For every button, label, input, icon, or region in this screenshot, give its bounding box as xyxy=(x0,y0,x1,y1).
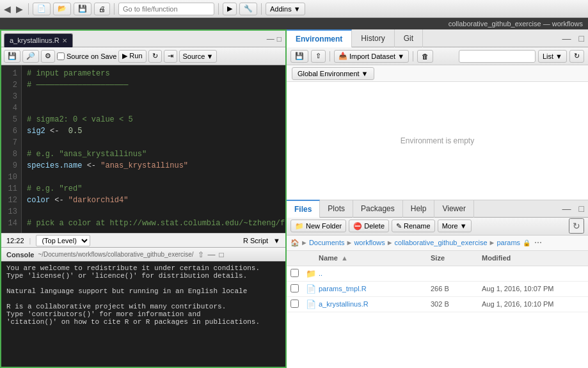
row2-name[interactable]: a_krystallinus.R xyxy=(319,300,431,308)
table-row: 📄 a_krystallinus.R 302 B Aug 1, 2016, 10… xyxy=(287,297,588,312)
editor-tab-label: a_krystallinus.R xyxy=(10,36,60,44)
save-button[interactable]: 💾 xyxy=(74,3,91,15)
env-search-input[interactable] xyxy=(459,50,536,63)
compile-button[interactable]: 🔧 xyxy=(239,3,257,15)
tab-packages[interactable]: Packages xyxy=(353,200,403,218)
print-button[interactable]: 🖨 xyxy=(94,3,110,15)
sep4 xyxy=(261,3,262,15)
env-maximize-icon[interactable]: □ xyxy=(575,33,588,44)
row1-size: 266 B xyxy=(431,285,482,292)
env-empty-message: Environment is empty xyxy=(401,136,474,145)
tab-history[interactable]: History xyxy=(352,29,394,47)
sep1 xyxy=(28,3,29,15)
files-minimize-icon[interactable]: ― xyxy=(559,204,575,214)
tab-history-label: History xyxy=(361,34,385,43)
row1-checkbox[interactable] xyxy=(290,284,299,292)
re-run-button[interactable]: ↻ xyxy=(148,50,162,63)
clear-env-button[interactable]: 🗑 xyxy=(417,50,433,63)
console-expand-icon[interactable]: ⇧ xyxy=(198,250,204,259)
env-minimize-icon[interactable]: ― xyxy=(559,33,575,44)
tab-plots[interactable]: Plots xyxy=(320,200,353,218)
row1-name[interactable]: params_tmpl.R xyxy=(319,285,431,292)
top-level-dropdown[interactable]: (Top Level) xyxy=(36,235,90,246)
source-on-save-row: Source on Save xyxy=(57,52,116,60)
breadcrumb-documents[interactable]: Documents xyxy=(309,239,345,246)
row2-check xyxy=(290,300,306,309)
files-table-header: Name ▲ Size Modified xyxy=(287,251,588,266)
row2-filename[interactable]: a_krystallinus.R xyxy=(319,300,369,308)
console-minimize-icon[interactable]: ― xyxy=(208,250,216,259)
step-button[interactable]: ⇥ xyxy=(164,50,177,63)
tab-files[interactable]: Files xyxy=(287,200,320,218)
addins-button[interactable]: Addins ▼ xyxy=(266,3,305,15)
sep2 xyxy=(114,3,115,15)
rename-icon: ✎ xyxy=(396,222,402,230)
code-tools-button[interactable]: ⚙ xyxy=(41,50,55,63)
breadcrumb-workflows[interactable]: workflows xyxy=(354,239,385,246)
code-content[interactable]: # input parameters # ———————————————————… xyxy=(22,65,285,233)
run-button[interactable]: ▶ xyxy=(223,3,237,15)
row0-name[interactable]: .. xyxy=(319,269,431,277)
global-env-button[interactable]: Global Environment ▼ xyxy=(292,67,374,80)
console-line-5 xyxy=(6,295,280,303)
sep-1: ► xyxy=(346,239,353,246)
close-tab-icon[interactable]: ✕ xyxy=(62,37,67,44)
env-toolbar: 💾 ⇧ 📥 Import Dataset ▼ 🗑 List ▼ ↻ xyxy=(287,47,588,65)
find-button[interactable]: 🔎 xyxy=(22,50,39,63)
tab-files-label: Files xyxy=(294,205,312,214)
refresh-env-button[interactable]: ↻ xyxy=(569,50,584,63)
more-label: More xyxy=(442,222,458,230)
header-modified-col[interactable]: Modified xyxy=(482,254,584,262)
console-header: Console ~/Documents/workflows/collaborat… xyxy=(1,247,285,261)
rename-button[interactable]: ✎ Rename xyxy=(392,220,435,232)
files-refresh-button[interactable]: ↻ xyxy=(569,218,584,234)
breadcrumb-params[interactable]: params xyxy=(497,239,520,246)
header-name-col[interactable]: Name ▲ xyxy=(319,254,431,262)
tab-viewer[interactable]: Viewer xyxy=(434,200,473,218)
console-line-8: 'citation()' on how to cite R or R packa… xyxy=(6,318,280,326)
header-size-col[interactable]: Size xyxy=(431,254,482,262)
breadcrumb-more-button[interactable]: ⋯ xyxy=(532,238,544,247)
main-area: a_krystallinus.R ✕ ― □ 💾 🔎 ⚙ Source on S… xyxy=(0,29,588,368)
import-label: Import Dataset xyxy=(349,52,395,60)
import-dataset-button[interactable]: 📥 Import Dataset ▼ xyxy=(334,50,409,63)
save-file-button[interactable]: 💾 xyxy=(4,50,20,63)
run-code-button[interactable]: ▶ Run xyxy=(118,50,146,63)
table-row: 📁 .. xyxy=(287,266,588,282)
tab-environment[interactable]: Environment xyxy=(287,29,352,47)
forward-button[interactable]: ▶ xyxy=(15,3,24,15)
row0-filename[interactable]: .. xyxy=(319,269,322,277)
breadcrumb-collaborative[interactable]: collaborative_github_exercise xyxy=(395,239,488,246)
new-file-button[interactable]: 📄 xyxy=(33,3,51,15)
console-panel[interactable]: You are welcome to redistribute it under… xyxy=(1,261,285,367)
go-to-input[interactable] xyxy=(118,3,214,15)
row0-checkbox[interactable] xyxy=(290,269,299,277)
code-editor[interactable]: 1234 5678 9101112 1314 # input parameter… xyxy=(1,65,285,233)
row1-filename[interactable]: params_tmpl.R xyxy=(319,285,367,292)
new-folder-label: New Folder xyxy=(306,222,342,230)
row2-checkbox[interactable] xyxy=(290,300,299,308)
list-view-button[interactable]: List ▼ xyxy=(538,50,567,63)
source-label: Source xyxy=(183,52,205,60)
delete-button[interactable]: ⛔ Delete xyxy=(349,220,389,232)
tab-help[interactable]: Help xyxy=(403,200,435,218)
new-folder-button[interactable]: 📁 New Folder xyxy=(290,220,346,232)
tab-git[interactable]: Git xyxy=(395,29,423,47)
load-env-button[interactable]: ⇧ xyxy=(311,50,326,63)
maximize-editor-icon[interactable]: □ xyxy=(276,35,283,44)
env-tool-sep2 xyxy=(413,51,413,61)
more-button[interactable]: More ▼ xyxy=(438,220,472,232)
source-on-save-checkbox[interactable] xyxy=(57,52,65,60)
open-file-button[interactable]: 📂 xyxy=(53,3,71,15)
console-line-2: Type 'license()' or 'licence()' for dist… xyxy=(6,272,280,280)
editor-tab-file[interactable]: a_krystallinus.R ✕ xyxy=(4,33,73,47)
back-button[interactable]: ◀ xyxy=(3,3,12,15)
files-maximize-icon[interactable]: □ xyxy=(575,204,588,214)
files-breadcrumb: 🏠 ► Documents ► workflows ► collaborativ… xyxy=(287,236,588,251)
minimize-editor-icon[interactable]: ― xyxy=(266,35,276,44)
env-tabs: Environment History Git ― □ xyxy=(287,29,588,47)
save-env-button[interactable]: 💾 xyxy=(290,50,308,63)
console-maximize-icon[interactable]: □ xyxy=(219,250,224,259)
source-btn[interactable]: Source ▼ xyxy=(179,50,218,63)
editor-statusbar: 12:22 | (Top Level) R Script ▼ xyxy=(1,233,285,247)
